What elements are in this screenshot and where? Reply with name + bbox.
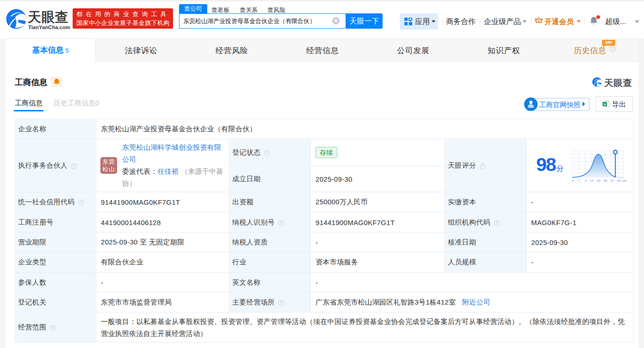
svg-text:3: 3	[585, 179, 587, 182]
svg-text:0: 0	[572, 179, 574, 182]
svg-text:15: 15	[590, 179, 594, 182]
svg-text:100: 100	[622, 179, 626, 182]
svg-text:50: 50	[597, 179, 601, 182]
svg-text:85: 85	[604, 179, 607, 182]
svg-text:x: x	[604, 102, 606, 106]
svg-text:1: 1	[578, 179, 580, 182]
svg-text:99: 99	[617, 179, 621, 182]
svg-text:97: 97	[611, 179, 614, 182]
